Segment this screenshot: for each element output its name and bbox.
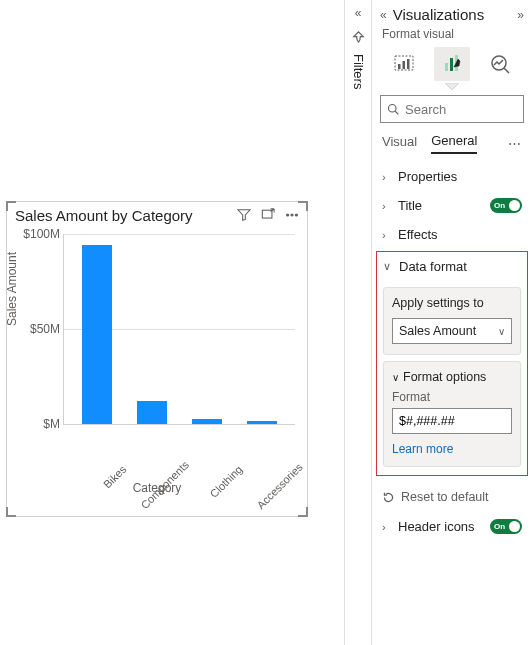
search-icon [387, 102, 399, 116]
collapse-filters-icon[interactable]: « [355, 6, 362, 20]
chart-title: Sales Amount by Category [15, 207, 229, 224]
format-visual-tab[interactable] [434, 47, 470, 81]
svg-point-1 [287, 214, 289, 216]
format-input[interactable] [392, 408, 512, 434]
section-data-format[interactable]: ∨ Data format [377, 252, 527, 281]
y-tick: $M [12, 417, 60, 431]
pane-subtitle: Format visual [372, 27, 532, 47]
tab-general[interactable]: General [431, 133, 477, 154]
chart-visual[interactable]: Sales Amount by Category Sales Amount $1… [6, 201, 308, 517]
visualizations-pane: « Visualizations » Format visual Visual … [372, 0, 532, 645]
bars [64, 234, 295, 424]
bar-components[interactable] [137, 401, 167, 424]
svg-point-3 [295, 214, 297, 216]
active-tab-pointer [372, 83, 532, 93]
expand-pane-icon[interactable]: » [517, 8, 524, 22]
analytics-tab[interactable] [482, 47, 518, 81]
format-mode-tabs [372, 47, 532, 85]
chevron-right-icon: › [382, 171, 394, 183]
section-effects[interactable]: › Effects [372, 220, 532, 249]
apply-settings-card: Apply settings to Sales Amount ∨ [383, 287, 521, 355]
collapse-pane-icon[interactable]: « [380, 8, 387, 22]
section-header-icons[interactable]: › Header icons On [372, 512, 532, 541]
x-labels: Bikes Components Clothing Accessories [63, 455, 295, 467]
y-tick: $50M [12, 322, 60, 336]
resize-handle-br[interactable] [298, 507, 308, 517]
filters-label: Filters [351, 54, 366, 89]
apply-settings-select[interactable]: Sales Amount ∨ [392, 318, 512, 344]
chevron-right-icon: › [382, 200, 394, 212]
reset-to-default[interactable]: Reset to default [372, 482, 532, 512]
resize-handle-bl[interactable] [6, 507, 16, 517]
data-format-highlight: ∨ Data format Apply settings to Sales Am… [376, 251, 528, 476]
format-field-label: Format [392, 390, 512, 404]
pane-title: Visualizations [393, 6, 518, 23]
bar-clothing[interactable] [192, 419, 222, 424]
reset-icon [382, 491, 395, 504]
svg-point-2 [291, 214, 293, 216]
format-options-card: ∨ Format options Format Learn more [383, 361, 521, 467]
title-toggle[interactable]: On [490, 198, 522, 213]
resize-handle-tl[interactable] [6, 201, 16, 211]
svg-rect-5 [398, 64, 401, 69]
report-canvas[interactable]: Sales Amount by Category Sales Amount $1… [0, 0, 344, 645]
search-input[interactable] [405, 102, 517, 117]
bar-bikes[interactable] [82, 245, 112, 424]
format-sub-tabs: Visual General ⋯ [372, 133, 532, 162]
svg-point-12 [389, 104, 397, 112]
x-axis-label: Category [7, 481, 307, 495]
section-properties[interactable]: › Properties [372, 162, 532, 191]
y-tick: $100M [12, 227, 60, 241]
format-options-header[interactable]: ∨ Format options [392, 370, 512, 384]
svg-rect-8 [445, 63, 448, 71]
bar-accessories[interactable] [247, 421, 277, 424]
resize-handle-tr[interactable] [298, 201, 308, 211]
chart-header: Sales Amount by Category [7, 202, 307, 226]
chevron-right-icon: › [382, 521, 394, 533]
build-visual-tab[interactable] [386, 47, 422, 81]
filter-icon[interactable] [235, 206, 253, 224]
svg-rect-0 [262, 210, 272, 218]
tabs-more-icon[interactable]: ⋯ [508, 136, 522, 151]
svg-rect-9 [450, 58, 453, 71]
filters-pane-collapsed[interactable]: « Filters [344, 0, 372, 645]
chart-body: Sales Amount $100M $50M $M Bikes Compone… [7, 226, 307, 501]
apply-settings-value: Sales Amount [399, 324, 476, 338]
section-title[interactable]: › Title On [372, 191, 532, 220]
learn-more-link[interactable]: Learn more [392, 442, 512, 456]
y-axis-label: Sales Amount [5, 252, 19, 326]
chevron-right-icon: › [382, 229, 394, 241]
chevron-down-icon: ∨ [498, 326, 505, 337]
plot-area: $100M $50M $M [63, 234, 295, 425]
chevron-down-icon: ∨ [392, 372, 399, 383]
filters-icon[interactable] [351, 30, 366, 48]
chevron-down-icon: ∨ [383, 260, 395, 273]
search-box[interactable] [380, 95, 524, 123]
header-icons-toggle[interactable]: On [490, 519, 522, 534]
apply-settings-title: Apply settings to [392, 296, 512, 310]
pane-header: « Visualizations » [372, 0, 532, 27]
focus-mode-icon[interactable] [259, 206, 277, 224]
svg-rect-7 [407, 59, 410, 69]
tab-visual[interactable]: Visual [382, 134, 417, 153]
svg-rect-6 [403, 61, 406, 69]
